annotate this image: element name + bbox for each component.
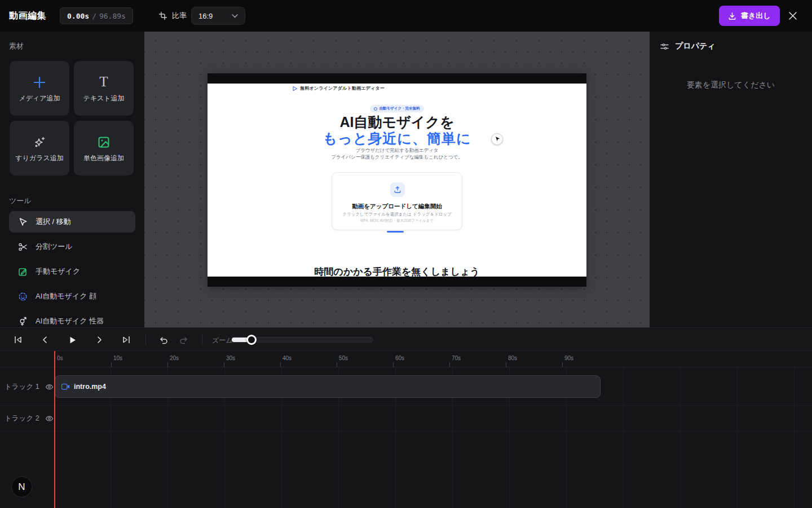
timeline-ruler[interactable]: 0s10s20s30s40s50s60s70s80s90s [0, 351, 812, 367]
upload-icon [390, 182, 405, 197]
preview-badge-row: 自動モザイク・完全無料 [208, 105, 586, 112]
ruler-tick [562, 362, 563, 367]
page-title: 動画編集 [9, 10, 46, 22]
chevron-right-icon [95, 336, 103, 344]
ruler-label: 10s [113, 355, 122, 361]
divider [145, 334, 146, 345]
preview-subtext-line2: プライバシー保護もクリエイティブな編集もこれひとつで。 [208, 154, 586, 161]
tool-split[interactable]: 分割ツール [9, 236, 135, 257]
preview-site-name: 無料オンラインアダルト動画エディター [300, 85, 385, 91]
tool-ai-mosaic-genital-label: AI自動モザイク 性器 [36, 316, 104, 326]
properties-panel: プロパティ 要素を選択してください [650, 32, 812, 327]
tool-ai-mosaic-genital[interactable]: AI自動モザイク 性器 [9, 310, 135, 327]
undo-icon [159, 335, 169, 345]
ruler-tick [111, 362, 112, 367]
scissors-icon [18, 242, 28, 252]
recorded-cursor [491, 133, 503, 145]
add-media-label: メディア追加 [10, 94, 69, 103]
playback-controls: ズーム [0, 327, 812, 351]
track-1-visibility-toggle[interactable] [45, 383, 54, 391]
sliders-icon [660, 42, 669, 51]
tool-split-label: 分割ツール [36, 242, 73, 252]
ruler-tick [167, 362, 168, 367]
upload-title: 動画をアップロードして編集開始 [332, 203, 462, 211]
add-frosted-glass-label: すりガラス追加 [10, 154, 69, 163]
ruler-tick [280, 362, 281, 367]
scroll-indicator [387, 231, 404, 233]
ruler-tick [449, 362, 450, 367]
ruler-tick [393, 362, 394, 367]
upload-hint: MP4, MOV, AVI対応・最大2GBファイルまで [332, 218, 462, 224]
eye-icon [45, 414, 54, 423]
letterbox-top [208, 73, 586, 84]
chevron-down-icon [232, 14, 238, 18]
play-logo-icon [292, 86, 298, 91]
undo-button[interactable] [156, 332, 171, 348]
time-separator: / [92, 12, 96, 20]
timeline: 0s10s20s30s40s50s60s70s80s90s トラック 1 int… [0, 351, 812, 508]
track-1-label: トラック 1 [5, 382, 39, 392]
pencil-square-icon [18, 267, 28, 277]
add-text-label: テキスト追加 [74, 94, 134, 103]
add-media-button[interactable]: メディア追加 [10, 61, 69, 116]
preview-site-logo: 無料オンラインアダルト動画エディター [292, 85, 385, 91]
video-clip-icon [61, 383, 70, 390]
eye-icon [45, 383, 54, 391]
editor-canvas[interactable]: 無料オンラインアダルト動画エディター 自動モザイク・完全無料 AI自動モザイクを… [144, 32, 650, 327]
zoom-slider-thumb[interactable] [246, 335, 257, 345]
skip-to-end-button[interactable] [118, 332, 134, 348]
timeline-clip-intro[interactable]: intro.mp4 [55, 375, 601, 398]
properties-header: プロパティ [660, 41, 716, 51]
ruler-label: 80s [508, 355, 517, 361]
add-solid-image-button[interactable]: 単色画像追加 [74, 121, 134, 176]
tool-select-move[interactable]: 選択 / 移動 [9, 211, 135, 233]
video-editor-app: 動画編集 0.00s / 96.89s 比率 16:9 [0, 0, 812, 508]
tool-ai-mosaic-face[interactable]: AI自動モザイク 顔 [9, 286, 135, 307]
download-icon [728, 12, 736, 20]
dotted-divider [221, 99, 573, 100]
aspect-ratio-label: 比率 [172, 11, 187, 21]
clip-name: intro.mp4 [74, 383, 106, 391]
ruler-label: 30s [226, 355, 235, 361]
tool-manual-mosaic-label: 手動モザイク [36, 266, 80, 277]
current-time: 0.00s [67, 12, 89, 20]
previous-frame-button[interactable] [37, 332, 53, 348]
properties-empty-message: 要素を選択してください [650, 80, 812, 90]
skip-to-start-button[interactable] [10, 332, 26, 348]
redo-button[interactable] [175, 332, 191, 348]
track-2-visibility-toggle[interactable] [45, 414, 54, 423]
dev-badge[interactable]: N [11, 476, 32, 497]
aspect-ratio-select[interactable]: 16:9 [191, 7, 245, 25]
pointer-icon [495, 137, 500, 142]
preview-subtext-line1: ブラウザだけで完結する動画エディタ [208, 147, 586, 154]
face-scan-icon [18, 292, 28, 301]
plus-icon [10, 76, 69, 89]
ruler-tick [506, 362, 506, 367]
export-button[interactable]: 書き出し [719, 6, 780, 26]
ruler-label: 70s [452, 355, 461, 361]
video-preview[interactable]: 無料オンラインアダルト動画エディター 自動モザイク・完全無料 AI自動モザイクを… [208, 73, 586, 287]
play-icon [68, 336, 77, 344]
zoom-label: ズーム [212, 336, 233, 345]
tool-manual-mosaic[interactable]: 手動モザイク [9, 261, 135, 282]
add-solid-image-label: 単色画像追加 [74, 154, 134, 163]
gender-icon [18, 317, 28, 326]
playhead[interactable] [54, 351, 55, 508]
next-frame-button[interactable] [91, 332, 107, 348]
image-icon [74, 135, 134, 149]
redo-icon [179, 335, 188, 345]
skip-end-icon [122, 335, 131, 344]
tool-select-move-label: 選択 / 移動 [36, 217, 71, 227]
add-frosted-glass-button[interactable]: すりガラス追加 [10, 121, 69, 176]
preview-badge-text: 自動モザイク・完全無料 [379, 106, 420, 111]
zoom-slider[interactable] [231, 337, 373, 343]
add-text-button[interactable]: T テキスト追加 [74, 61, 134, 116]
preview-heading-line2: もっと身近に、簡単に [208, 130, 586, 146]
upload-subtitle: クリックしてファイルを選択または ドラッグ＆ドロップ [332, 212, 462, 217]
preview-heading-line1: AI自動モザイクを [208, 114, 586, 130]
aspect-ratio-icon [158, 11, 167, 20]
track-divider [0, 405, 812, 406]
play-button[interactable] [64, 332, 80, 348]
close-button[interactable] [786, 9, 800, 23]
track-1-header: トラック 1 [0, 382, 54, 392]
